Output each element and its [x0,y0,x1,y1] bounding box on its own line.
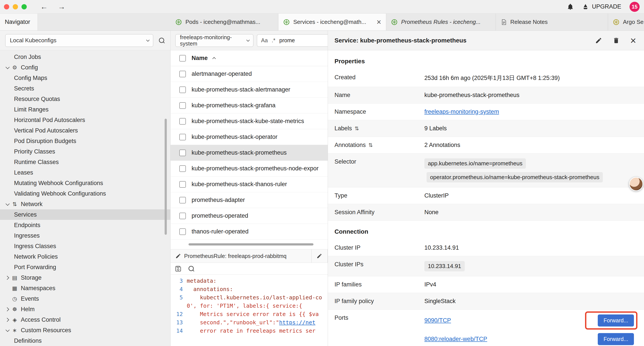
kubeconfig-selector[interactable]: Local Kubeconfigs [5,34,153,47]
sort-ascending-icon[interactable] [212,57,216,61]
assistant-avatar[interactable] [629,177,643,191]
sidebar-item-label: Mutating Webhook Configurations [14,180,103,187]
row-checkbox[interactable] [179,165,186,172]
forward-button[interactable]: → [58,2,65,11]
notification-count-badge[interactable]: 15 [630,2,640,12]
name-column-header[interactable]: Name [192,55,208,61]
sidebar-item[interactable]: ⇅ Network [0,199,170,209]
edit-icon[interactable] [595,37,602,44]
sidebar-item[interactable]: ⚙ Config [0,62,170,73]
regex-toggle[interactable]: .* [272,37,276,43]
service-row[interactable]: kube-prometheus-stack-operator [170,129,328,145]
service-row[interactable]: kube-prometheus-stack-grafana [170,98,328,113]
sidebar-item[interactable]: ∗ Custom Resources [0,325,170,336]
close-tab-icon[interactable]: × [376,18,381,26]
sidebar-item[interactable]: Port Forwarding [0,262,170,272]
yaml-editor[interactable]: 3metadata:4 annotations:5 kubectl.kubern… [170,275,328,346]
sidebar-scrollbar[interactable] [164,119,167,235]
forward-button[interactable]: Forward... [598,315,634,327]
tab-argo[interactable]: Argo Se [608,13,644,30]
code-line: Metrics service error rate is {{ $va [187,310,319,319]
row-checkbox[interactable] [179,71,186,77]
service-row[interactable]: prometheus-adapter [170,192,328,208]
sidebar-item[interactable]: Network Policies [0,251,170,262]
navigator-panel-tab[interactable]: Navigator [0,13,38,30]
forward-button[interactable]: Forward... [598,333,634,345]
sidebar-item[interactable]: ▤ Storage [0,272,170,283]
search-icon[interactable] [158,37,165,44]
close-icon[interactable]: × [630,35,636,45]
row-checkbox[interactable] [179,102,186,109]
row-checkbox[interactable] [179,213,186,219]
match-case-toggle[interactable]: Aa [261,37,268,43]
sidebar-item[interactable]: Endpoints [0,220,170,230]
delete-icon[interactable] [613,37,620,44]
service-row[interactable]: kube-prometheus-stack-thanos-ruler [170,177,328,192]
row-checkbox[interactable] [179,228,186,235]
sidebar-item[interactable]: Priority Classes [0,146,170,157]
sidebar-item[interactable]: Ingress Classes [0,241,170,251]
sidebar-item[interactable]: Vertical Pod Autoscalers [0,125,170,136]
row-checkbox[interactable] [179,181,186,188]
sidebar-item[interactable]: Resource Quotas [0,94,170,104]
row-checkbox[interactable] [179,118,186,125]
sidebar-item[interactable]: Config Maps [0,73,170,83]
tab-services[interactable]: Services - icecheng@math... × [278,13,386,30]
list-search-input[interactable]: Aa .* prome [257,34,328,47]
sidebar-item[interactable]: Pod Disruption Budgets [0,136,170,146]
sidebar-item[interactable]: ☸ Helm [0,304,170,315]
row-checkbox[interactable] [179,134,186,140]
port-link[interactable]: 9090/TCP [424,317,451,324]
select-all-checkbox[interactable] [179,55,186,61]
sidebar-item[interactable]: Runtime Classes [0,157,170,167]
row-checkbox[interactable] [179,197,186,203]
tab-release-notes[interactable]: Release Notes [496,13,608,30]
property-value: 253d 16h 6m ago (2025年1月13日 GMT+8 1:25:3… [424,74,560,82]
editor-tab-partial[interactable] [312,249,328,263]
expand-collapse-icon[interactable]: ⇅ [368,142,373,148]
tab-prometheus-rules[interactable]: Prometheus Rules - icecheng... [386,13,496,30]
row-checkbox[interactable] [179,150,186,156]
sidebar-item[interactable]: Limit Ranges [0,104,170,115]
expand-collapse-icon[interactable]: ⇅ [355,125,359,132]
window-zoom-button[interactable] [22,4,27,9]
window-close-button[interactable] [4,4,9,9]
service-row[interactable]: kube-prometheus-stack-kube-state-metrics [170,113,328,129]
service-row[interactable]: alertmanager-operated [170,66,328,82]
sidebar-item[interactable]: Ingresses [0,230,170,241]
sidebar-item[interactable]: Leases [0,167,170,178]
sidebar-item[interactable]: ▦ Namespaces [0,283,170,294]
namespace-link[interactable]: freeleaps-monitoring-system [424,108,499,115]
sidebar-item[interactable]: ◈ Access Control [0,315,170,325]
sidebar-item[interactable]: Horizontal Pod Autoscalers [0,115,170,125]
property-value: 9 Labels [424,125,447,132]
code-line: 0', for: 'PT1M', labels:{ service:{ [187,302,302,310]
window-minimize-button[interactable] [13,4,18,9]
back-button[interactable]: ← [40,2,48,11]
namespace-filter[interactable]: freeleaps-monitoring-system [175,34,254,47]
notifications-bell-icon[interactable] [567,3,574,10]
port-link[interactable]: 8080:reloader-web/TCP [424,336,487,343]
property-label: Name [334,92,424,98]
service-row[interactable]: kube-prometheus-stack-prometheus-node-ex… [170,161,328,177]
service-row[interactable]: kube-prometheus-stack-alertmanager [170,82,328,98]
tab-pods[interactable]: Pods - icecheng@mathmas... [170,13,278,30]
save-icon[interactable] [175,265,182,272]
service-row[interactable]: thanos-ruler-operated [170,224,328,240]
horizontal-scrollbar-thumb[interactable] [188,243,314,246]
sidebar-item[interactable]: Mutating Webhook Configurations [0,178,170,188]
sidebar-item[interactable]: Secrets [0,83,170,94]
service-row[interactable]: kube-prometheus-stack-prometheus [170,145,328,161]
sidebar-item[interactable]: Validating Webhook Configurations [0,188,170,199]
editor-tab-prometheusrule[interactable]: PrometheusRule: freeleaps-prod-rabbitmq [170,249,312,263]
sidebar-item[interactable]: Services [0,209,170,220]
sidebar-item[interactable]: Definitions [0,336,170,346]
editor-search-icon[interactable] [188,265,195,272]
service-row[interactable]: prometheus-operated [170,208,328,224]
detail-title: Service: kube-prometheus-stack-prometheu… [334,37,584,44]
upgrade-button[interactable]: UPGRADE [582,3,621,10]
sidebar-item[interactable]: Cron Jobs [0,52,170,62]
row-checkbox[interactable] [179,86,186,93]
sidebar-item[interactable]: ◷ Events [0,294,170,304]
property-value: 10.233.14.91 [424,244,459,251]
